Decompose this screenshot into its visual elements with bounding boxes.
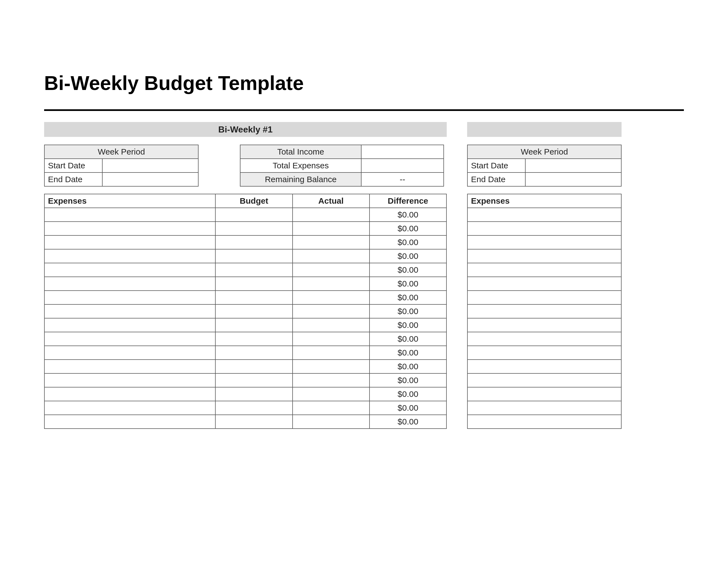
remaining-balance-label: Remaining Balance — [240, 172, 361, 186]
actual-cell[interactable] — [293, 277, 370, 291]
difference-cell: $0.00 — [370, 346, 446, 360]
expense-cell[interactable] — [467, 277, 621, 291]
difference-cell: $0.00 — [370, 263, 446, 277]
totals-table: Total Income Total Expenses Remaining Ba… — [240, 145, 444, 186]
expense-cell[interactable] — [467, 360, 621, 374]
expense-cell[interactable] — [44, 415, 215, 429]
total-expenses-label: Total Expenses — [240, 159, 361, 172]
expense-cell[interactable] — [44, 208, 215, 221]
expense-cell[interactable] — [44, 401, 215, 415]
table-row: $0.00 — [44, 249, 446, 263]
expense-cell[interactable] — [44, 277, 215, 291]
difference-cell: $0.00 — [370, 305, 446, 318]
table-row — [467, 387, 621, 401]
table-row: $0.00 — [44, 277, 446, 291]
start-date-label-2: Start Date — [467, 159, 525, 172]
actual-cell[interactable] — [293, 291, 370, 305]
expense-cell[interactable] — [44, 318, 215, 332]
expense-cell[interactable] — [467, 305, 621, 318]
expense-cell[interactable] — [44, 346, 215, 360]
actual-cell[interactable] — [293, 263, 370, 277]
actual-cell[interactable] — [293, 401, 370, 415]
budget-cell[interactable] — [215, 332, 292, 346]
expense-cell[interactable] — [467, 387, 621, 401]
difference-cell: $0.00 — [370, 235, 446, 249]
biweekly-2-section: Week Period Start Date End Date Expenses — [467, 122, 622, 429]
table-row — [467, 235, 621, 249]
budget-cell[interactable] — [215, 235, 292, 249]
actual-cell[interactable] — [293, 346, 370, 360]
expense-cell[interactable] — [467, 235, 621, 249]
budget-cell[interactable] — [215, 208, 292, 221]
expense-cell[interactable] — [44, 235, 215, 249]
budget-cell[interactable] — [215, 401, 292, 415]
table-row: $0.00 — [44, 387, 446, 401]
expense-cell[interactable] — [44, 360, 215, 374]
expense-cell[interactable] — [467, 221, 621, 235]
start-date-value[interactable] — [102, 159, 198, 172]
table-row: $0.00 — [44, 208, 446, 221]
budget-cell[interactable] — [215, 360, 292, 374]
actual-cell[interactable] — [293, 387, 370, 401]
expense-cell[interactable] — [467, 263, 621, 277]
expense-cell[interactable] — [44, 263, 215, 277]
end-date-value[interactable] — [102, 172, 198, 186]
expense-cell[interactable] — [467, 208, 621, 221]
total-expenses-value[interactable] — [361, 159, 444, 172]
budget-cell[interactable] — [215, 291, 292, 305]
expense-cell[interactable] — [467, 291, 621, 305]
budget-cell[interactable] — [215, 277, 292, 291]
budget-cell[interactable] — [215, 346, 292, 360]
expense-cell[interactable] — [467, 249, 621, 263]
col-expenses-2: Expenses — [467, 194, 621, 208]
total-income-value[interactable] — [361, 145, 444, 159]
actual-cell[interactable] — [293, 235, 370, 249]
col-difference: Difference — [370, 194, 446, 208]
budget-cell[interactable] — [215, 305, 292, 318]
expense-cell[interactable] — [467, 332, 621, 346]
expense-cell[interactable] — [44, 221, 215, 235]
actual-cell[interactable] — [293, 305, 370, 318]
expense-cell[interactable] — [44, 249, 215, 263]
difference-cell: $0.00 — [370, 318, 446, 332]
difference-cell: $0.00 — [370, 249, 446, 263]
expense-cell[interactable] — [44, 332, 215, 346]
expense-cell[interactable] — [467, 415, 621, 429]
budget-cell[interactable] — [215, 387, 292, 401]
actual-cell[interactable] — [293, 221, 370, 235]
table-row — [467, 360, 621, 374]
expense-cell[interactable] — [44, 291, 215, 305]
difference-cell: $0.00 — [370, 332, 446, 346]
page-title: Bi-Weekly Budget Template — [44, 72, 684, 98]
budget-cell[interactable] — [215, 263, 292, 277]
end-date-label-2: End Date — [467, 172, 525, 186]
table-row — [467, 374, 621, 387]
col-budget: Budget — [215, 194, 292, 208]
actual-cell[interactable] — [293, 374, 370, 387]
budget-cell[interactable] — [215, 249, 292, 263]
actual-cell[interactable] — [293, 318, 370, 332]
budget-cell[interactable] — [215, 415, 292, 429]
expense-cell[interactable] — [44, 374, 215, 387]
expense-cell[interactable] — [467, 318, 621, 332]
expense-cell[interactable] — [44, 387, 215, 401]
expense-cell[interactable] — [467, 401, 621, 415]
actual-cell[interactable] — [293, 332, 370, 346]
expense-cell[interactable] — [467, 374, 621, 387]
budget-cell[interactable] — [215, 221, 292, 235]
actual-cell[interactable] — [293, 208, 370, 221]
expense-cell[interactable] — [467, 346, 621, 360]
actual-cell[interactable] — [293, 360, 370, 374]
end-date-value-2[interactable] — [525, 172, 621, 186]
budget-cell[interactable] — [215, 374, 292, 387]
table-row — [467, 318, 621, 332]
col-actual: Actual — [293, 194, 370, 208]
week-period-table-2: Week Period Start Date End Date — [467, 145, 622, 186]
expense-cell[interactable] — [44, 305, 215, 318]
difference-cell: $0.00 — [370, 401, 446, 415]
actual-cell[interactable] — [293, 249, 370, 263]
actual-cell[interactable] — [293, 415, 370, 429]
budget-cell[interactable] — [215, 318, 292, 332]
start-date-value-2[interactable] — [525, 159, 621, 172]
section-header-2 — [467, 122, 622, 137]
